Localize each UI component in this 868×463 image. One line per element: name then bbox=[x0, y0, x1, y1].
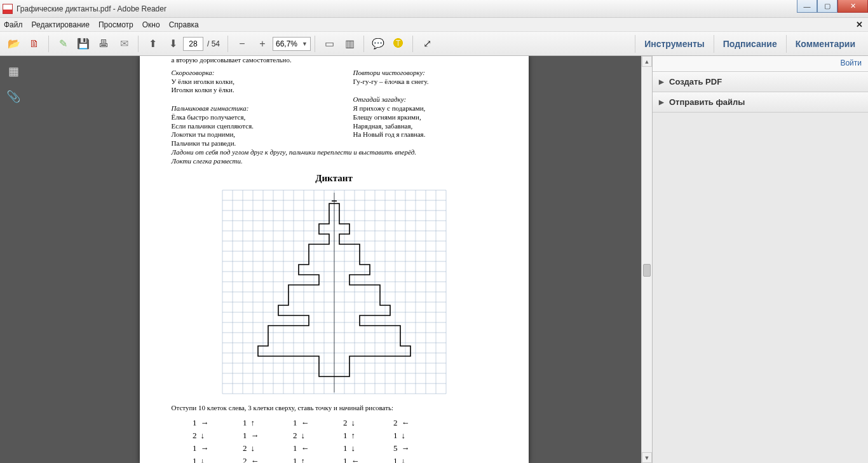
create-pdf-button[interactable]: 🗎 bbox=[25, 35, 43, 53]
page-up-button[interactable]: ⬆ bbox=[144, 35, 161, 53]
scrollbar-track[interactable] bbox=[642, 67, 652, 452]
doc-text: Ёлка быстро получается, bbox=[172, 113, 315, 122]
direction-arrow-icon: → bbox=[201, 443, 209, 453]
tab-sign[interactable]: Подписание bbox=[714, 35, 786, 53]
save-button[interactable]: 💾 bbox=[74, 35, 92, 53]
sign-button[interactable]: ✎ bbox=[54, 35, 72, 53]
print-button[interactable]: 🖶 bbox=[95, 35, 112, 53]
directions-column: 1←2↓1←1↑ bbox=[290, 418, 309, 463]
login-link[interactable]: Войти bbox=[653, 56, 868, 72]
direction-arrow-icon: ↑ bbox=[301, 456, 306, 463]
chevron-right-icon: ▶ bbox=[659, 99, 664, 106]
separator bbox=[412, 36, 413, 52]
scroll-down-icon[interactable]: ▼ bbox=[642, 452, 652, 463]
doc-text: Локотки ты подними, bbox=[172, 130, 315, 139]
open-file-button[interactable]: 📂 bbox=[5, 35, 23, 53]
window-controls: — ▢ ✕ bbox=[797, 0, 868, 13]
doc-text: Локти слегка развести. bbox=[172, 157, 497, 166]
direction-arrow-icon: ↓ bbox=[251, 443, 255, 453]
maximize-button[interactable]: ▢ bbox=[817, 0, 837, 13]
doc-instruction: Отступи 10 клеток слева, 3 клетки сверху… bbox=[172, 404, 497, 413]
fit-width-button[interactable]: ▭ bbox=[320, 35, 338, 53]
doc-text: У ёлки иголки колки, bbox=[172, 78, 315, 86]
minimize-button[interactable]: — bbox=[797, 0, 817, 13]
doc-text: Иголки колки у ёлки. bbox=[172, 86, 315, 95]
direction-count: 1 bbox=[240, 418, 247, 428]
direction-cell: 1← bbox=[290, 418, 309, 428]
menu-window[interactable]: Окно bbox=[142, 20, 160, 29]
tab-comments[interactable]: Комментарии bbox=[786, 35, 864, 53]
direction-arrow-icon: ↓ bbox=[351, 418, 356, 428]
directions-table: 1→2↓1→1↓1↑1→2↓2←1←2↓1←1↑2↓1↑1↓1←2←1↓5→1↓ bbox=[189, 418, 497, 463]
fit-page-button[interactable]: ▥ bbox=[341, 35, 358, 53]
direction-cell: 1← bbox=[290, 443, 309, 453]
highlight-button[interactable]: 🅣 bbox=[390, 35, 407, 53]
direction-arrow-icon: ↓ bbox=[351, 443, 356, 453]
direction-count: 2 bbox=[390, 418, 398, 428]
panel-send-files[interactable]: ▶ Отправить файлы bbox=[653, 92, 868, 113]
chevron-right-icon: ▶ bbox=[659, 78, 664, 85]
doc-text: На Новый год я главная. bbox=[353, 130, 497, 139]
tab-tools[interactable]: Инструменты bbox=[635, 35, 714, 53]
attachments-icon[interactable]: 📎 bbox=[4, 88, 22, 106]
directions-column: 1→2↓1→1↓ bbox=[189, 418, 209, 463]
direction-cell: 1↑ bbox=[290, 456, 309, 463]
direction-cell: 1← bbox=[340, 456, 360, 463]
panel-create-pdf[interactable]: ▶ Создать PDF bbox=[653, 72, 868, 92]
direction-count: 1 bbox=[290, 456, 297, 463]
document-area: а вторую дорисовывает самостоятельно. Ск… bbox=[27, 56, 652, 463]
toolbar: 📂 🗎 ✎ 💾 🖶 ✉ ⬆ ⬇ / 54 − + 66,7% ▼ ▭ ▥ 💬 🅣… bbox=[0, 32, 868, 56]
page-down-button[interactable]: ⬇ bbox=[164, 35, 182, 53]
zoom-out-button[interactable]: − bbox=[233, 35, 251, 53]
direction-arrow-icon: ↓ bbox=[201, 431, 205, 441]
add-note-button[interactable]: 💬 bbox=[369, 35, 387, 53]
doc-heading: Отгадай загадку: bbox=[353, 95, 497, 104]
directions-column: 2↓1↑1↓1← bbox=[340, 418, 360, 463]
separator bbox=[48, 36, 49, 52]
doc-heading: Пальчиковая гимнастика: bbox=[172, 104, 315, 113]
doc-text: Блещу огнями яркими, bbox=[353, 113, 497, 122]
doc-text: Пальчики ты разведи. bbox=[172, 139, 315, 148]
scroll-up-icon[interactable]: ▲ bbox=[642, 56, 652, 67]
doc-text: Ладони от себя под углом друг к другу, п… bbox=[172, 148, 497, 157]
menu-bar: Файл Редактирование Просмотр Окно Справк… bbox=[0, 18, 868, 32]
email-button[interactable]: ✉ bbox=[115, 35, 133, 53]
direction-count: 1 bbox=[189, 443, 197, 453]
direction-arrow-icon: → bbox=[201, 418, 209, 428]
direction-count: 1 bbox=[340, 431, 348, 441]
direction-count: 2 bbox=[189, 431, 197, 441]
close-doc-icon[interactable]: ✕ bbox=[856, 20, 863, 29]
direction-cell: 1↑ bbox=[240, 418, 259, 428]
scrollbar-thumb[interactable] bbox=[643, 264, 651, 277]
vertical-scrollbar[interactable]: ▲ ▼ bbox=[641, 56, 652, 463]
direction-count: 2 bbox=[240, 456, 247, 463]
direction-cell: 2↓ bbox=[189, 431, 209, 441]
menu-edit[interactable]: Редактирование bbox=[32, 20, 90, 29]
doc-text: Я прихожу с подарками, bbox=[353, 104, 497, 113]
page-number-input[interactable] bbox=[183, 37, 203, 51]
diktant-grid-drawing bbox=[220, 188, 449, 397]
panel-body bbox=[653, 113, 868, 463]
menu-help[interactable]: Справка bbox=[169, 20, 199, 29]
direction-count: 2 bbox=[290, 431, 297, 441]
read-mode-button[interactable]: ⤢ bbox=[418, 35, 436, 53]
thumbnails-icon[interactable]: ▦ bbox=[4, 62, 22, 80]
zoom-in-button[interactable]: + bbox=[254, 35, 271, 53]
direction-count: 1 bbox=[340, 456, 348, 463]
close-button[interactable]: ✕ bbox=[837, 0, 868, 13]
menu-file[interactable]: Файл bbox=[4, 20, 23, 29]
direction-arrow-icon: → bbox=[251, 431, 259, 441]
menu-view[interactable]: Просмотр bbox=[98, 20, 133, 29]
direction-count: 1 bbox=[290, 418, 297, 428]
direction-cell: 1↑ bbox=[340, 431, 360, 441]
direction-count: 1 bbox=[240, 431, 247, 441]
pdf-page: а вторую дорисовывает самостоятельно. Ск… bbox=[140, 56, 529, 463]
direction-count: 2 bbox=[240, 443, 247, 453]
direction-arrow-icon: ← bbox=[251, 456, 259, 463]
separator bbox=[315, 36, 315, 52]
doc-text: Гу-гу-гу – ёлочка в снегу. bbox=[353, 78, 497, 86]
doc-text: а вторую дорисовывает самостоятельно. bbox=[172, 56, 497, 65]
zoom-level-select[interactable]: 66,7% ▼ bbox=[273, 37, 311, 51]
document-viewport[interactable]: а вторую дорисовывает самостоятельно. Ск… bbox=[27, 56, 641, 463]
doc-title: Диктант bbox=[172, 173, 497, 184]
